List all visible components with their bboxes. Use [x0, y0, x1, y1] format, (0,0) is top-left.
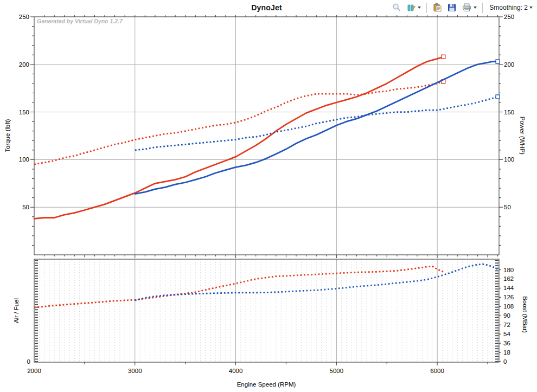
power-tick-label: 250 [504, 14, 514, 20]
run1-power-whp-line [34, 57, 443, 219]
run2-torque-lbft-end-marker [496, 95, 500, 99]
run2-power-whp-end-marker [496, 60, 500, 63]
run1-power-whp-end-marker [442, 55, 445, 59]
boost-tick-label: 144 [503, 285, 514, 291]
rpm-tick-label: 4000 [229, 368, 243, 374]
boost-tick-label: 0 [503, 358, 507, 365]
dyno-chart: 5050100100150150200200250250200030004000… [0, 0, 537, 392]
axes: 5050100100150150200200250250200030004000… [19, 14, 514, 374]
power-tick-label: 50 [504, 204, 511, 210]
boost-tick-label: 18 [503, 349, 510, 356]
bottom-plot [34, 259, 499, 362]
power-tick-label: 100 [504, 156, 514, 163]
torque-tick-label: 150 [19, 109, 29, 115]
virtual-dyno-window: Smoothing: 2 DynoJet Generated by Virtua… [0, 0, 537, 392]
torque-tick-label: 50 [22, 204, 29, 210]
afr-zero-label: 0 [27, 358, 30, 365]
boost-tick-label: 180 [503, 267, 514, 273]
run1-torque-lbft-line [34, 81, 443, 164]
boost-tick-label: 90 [503, 312, 510, 319]
afr-tick-band [35, 260, 38, 362]
run2-torque-lbft-line [135, 97, 498, 150]
rpm-tick-label: 6000 [430, 368, 444, 374]
torque-tick-label: 100 [19, 156, 29, 163]
main-plot [34, 17, 500, 255]
boost-tick-label: 126 [503, 294, 514, 300]
rpm-tick-label: 5000 [330, 368, 344, 374]
boost-tick-label: 36 [503, 340, 510, 346]
boost-tick-label: 54 [503, 331, 510, 337]
power-tick-label: 200 [504, 61, 514, 68]
boost-tick-label: 162 [503, 275, 514, 282]
torque-tick-label: 200 [19, 61, 29, 68]
rpm-tick-label: 3000 [128, 368, 142, 374]
boost-tick-label: 72 [503, 322, 510, 328]
rpm-tick-label: 2000 [27, 368, 41, 374]
power-tick-label: 150 [504, 109, 514, 115]
torque-tick-label: 250 [19, 14, 29, 20]
boost-tick-label: 108 [503, 303, 514, 310]
boost-tick-band [495, 260, 498, 362]
